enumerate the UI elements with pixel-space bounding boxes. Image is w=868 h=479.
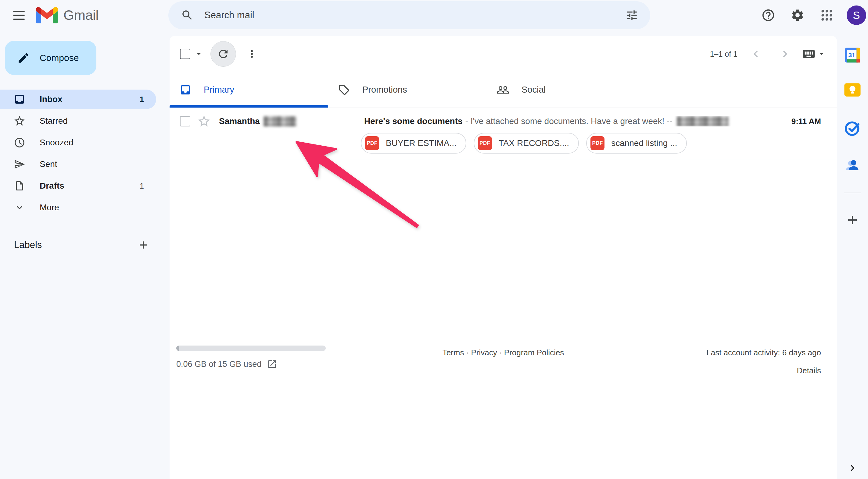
attachment-name: TAX RECORDS.... [499,138,569,148]
storage-progress-bar [176,346,326,351]
mail-list-footer: 0.06 GB of 15 GB used Terms · Privacy · … [169,346,837,388]
input-tools-keyboard-button[interactable] [799,43,828,65]
svg-text:31: 31 [848,52,856,59]
refresh-button[interactable] [211,41,236,67]
tab-primary-label: Primary [204,85,234,95]
pdf-icon: PDF [590,136,604,150]
list-toolbar: 1–1 of 1 [169,36,837,72]
google-apps-grid-icon[interactable] [814,2,840,28]
keyboard-icon [802,47,816,61]
header: Gmail S [0,0,868,36]
email-row-line1: Samantha Here's some documents - I've at… [180,113,821,130]
gmail-wordmark: Gmail [63,7,98,23]
left-sidebar: Compose Inbox 1 Starred Sn [0,36,169,479]
clock-icon [13,137,26,148]
email-subject-snippet: Here's some documents - I've attached so… [364,116,779,127]
sidebar-item-sent[interactable]: Sent [0,155,156,174]
send-icon [13,159,26,170]
tab-social-label: Social [522,85,546,95]
search-tune-icon[interactable] [621,4,643,26]
settings-gear-icon[interactable] [784,2,811,28]
details-link[interactable]: Details [706,366,821,375]
people-icon [497,83,509,96]
redacted-signature [677,116,728,127]
tab-promotions-label: Promotions [362,85,407,95]
active-tab-indicator [169,105,328,108]
labels-title: Labels [14,240,42,250]
inbox-icon [13,94,26,105]
side-panel-rail: 31 [837,36,868,479]
account-activity: Last account activity: 6 days ago Detail… [706,348,821,375]
main-menu-button[interactable] [4,1,34,30]
older-page-chevron-right-icon[interactable] [774,43,796,65]
storage-usage-text: 0.06 GB of 15 GB used [176,360,261,369]
email-sender: Samantha [219,116,364,127]
storage-progress-fill [176,346,179,351]
email-row[interactable]: Samantha Here's some documents - I've at… [169,108,837,159]
legal-links[interactable]: Terms · Privacy · Program Policies [442,348,564,357]
search-icon[interactable] [178,5,197,25]
email-attachments: PDF BUYER ESTIMA... PDF TAX RECORDS.... … [361,133,821,153]
open-in-new-icon[interactable] [267,359,277,369]
email-time: 9:11 AM [792,117,821,126]
inbox-category-tabs: Primary Promotions Social [169,72,837,108]
pagination: 1–1 of 1 [710,43,828,65]
tasks-icon[interactable] [844,119,861,137]
gmail-m-icon [36,7,58,24]
tab-promotions[interactable]: Promotions [328,72,487,108]
search-bar[interactable] [168,1,650,29]
email-snippet: - I've attached some documents. Have a g… [465,116,673,126]
pdf-icon: PDF [365,136,379,150]
labels-section-header: Labels [0,235,169,255]
drafts-count: 1 [140,182,144,191]
compose-button[interactable]: Compose [5,41,96,75]
tab-social[interactable]: Social [487,72,645,108]
sidebar-item-more[interactable]: More [0,198,156,217]
help-icon[interactable] [755,2,781,28]
select-all-checkbox[interactable] [180,49,190,59]
rail-divider [844,193,861,193]
attachment-name: BUYER ESTIMA... [386,138,457,148]
attachment-chip[interactable]: PDF TAX RECORDS.... [474,133,579,153]
sidebar-item-inbox[interactable]: Inbox 1 [0,90,156,109]
header-left: Gmail [0,0,98,31]
primary-inbox-icon [179,84,191,96]
chevron-down-icon [818,50,826,58]
gmail-logo[interactable]: Gmail [36,7,98,24]
hamburger-icon [13,11,25,12]
keep-notes-icon[interactable] [844,83,861,101]
newer-page-chevron-left-icon[interactable] [745,43,767,65]
star-toggle-icon[interactable] [197,114,211,128]
pagination-range: 1–1 of 1 [710,50,738,59]
sidebar-item-starred[interactable]: Starred [0,111,156,131]
draft-icon [13,180,26,191]
tab-primary[interactable]: Primary [169,72,328,108]
email-subject: Here's some documents [364,116,463,126]
select-dropdown-caret-icon[interactable] [193,48,205,60]
create-label-plus-icon[interactable] [134,236,153,254]
hide-side-panel-chevron-icon[interactable] [846,462,859,474]
sidebar-item-drafts[interactable]: Drafts 1 [0,176,156,196]
chevron-down-icon [13,202,26,213]
mail-list-panel: 1–1 of 1 Primary [169,36,837,479]
storage-section: 0.06 GB of 15 GB used [176,346,347,369]
more-options-icon[interactable] [243,45,261,63]
header-actions: S [755,0,866,31]
account-avatar[interactable]: S [847,5,866,25]
tag-icon [338,84,350,96]
main-row: Compose Inbox 1 Starred Sn [0,36,868,479]
search-input[interactable] [204,10,621,21]
email-checkbox[interactable] [180,116,190,127]
sidebar-item-snoozed[interactable]: Snoozed [0,133,156,152]
compose-label: Compose [40,53,79,63]
inbox-unread-count: 1 [140,95,144,104]
attachment-name: scanned listing ... [611,138,677,148]
get-addons-plus-icon[interactable] [844,212,860,228]
pencil-icon [17,52,30,64]
attachment-chip[interactable]: PDF BUYER ESTIMA... [361,133,466,153]
attachment-chip[interactable]: PDF scanned listing ... [586,133,687,153]
pdf-icon: PDF [478,136,492,150]
contacts-icon[interactable] [844,156,861,174]
calendar-icon[interactable]: 31 [844,46,861,64]
sidebar-nav: Inbox 1 Starred Snoozed [0,90,169,217]
